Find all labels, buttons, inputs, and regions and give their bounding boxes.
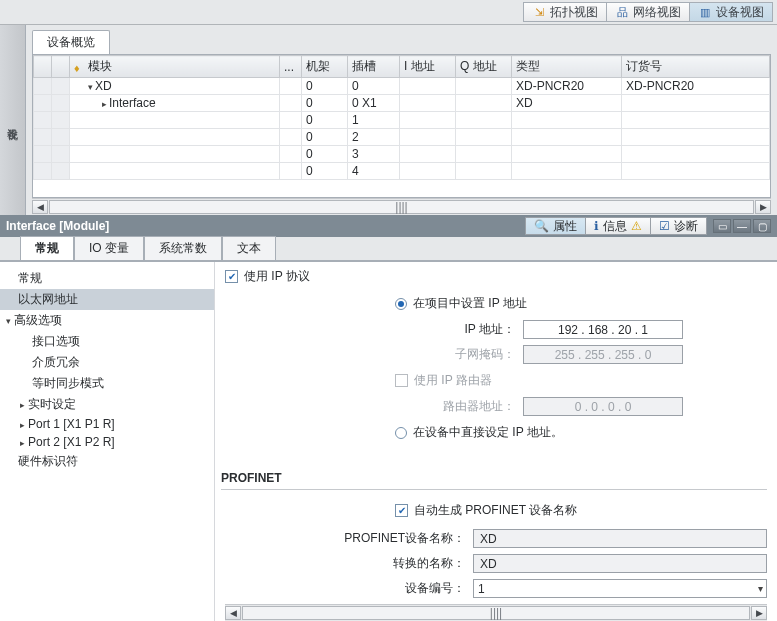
- device-view-button[interactable]: 设备视图: [690, 2, 773, 22]
- diagnostic-icon: ☑: [659, 219, 670, 233]
- col-slot[interactable]: 插槽: [348, 56, 400, 78]
- nav-item[interactable]: 接口选项: [0, 331, 214, 352]
- col-dots[interactable]: ...: [280, 56, 302, 78]
- network-view-button[interactable]: 网络视图: [607, 2, 690, 22]
- properties-icon: 🔍: [534, 219, 549, 233]
- device-number-label: 设备编号：: [285, 580, 465, 597]
- property-navigator[interactable]: 常规以太网地址高级选项接口选项介质冗余等时同步模式实时设定Port 1 [X1 …: [0, 262, 215, 621]
- set-ip-in-project-radio[interactable]: [395, 298, 407, 310]
- overview-horizontal-scrollbar[interactable]: ◀ |||| ▶: [32, 198, 771, 215]
- profinet-device-name-label: PROFINET设备名称：: [285, 530, 465, 547]
- info-icon: ℹ: [594, 219, 599, 233]
- side-tab[interactable]: 设备视: [0, 25, 26, 215]
- device-overview-grid[interactable]: 模块 ... 机架 插槽 I 地址 Q 地址 类型 订货号 XD00XD-PNC…: [32, 55, 771, 198]
- auto-generate-name-checkbox[interactable]: [395, 504, 408, 517]
- scroll-right-button[interactable]: ▶: [755, 200, 771, 214]
- col-order[interactable]: 订货号: [622, 56, 770, 78]
- router-address-label: 路由器地址：: [395, 398, 515, 415]
- property-panel: 使用 IP 协议 在项目中设置 IP 地址 IP 地址： 192 . 168 .…: [215, 262, 777, 621]
- set-ip-on-device-label: 在设备中直接设定 IP 地址。: [413, 424, 563, 441]
- col-qaddr[interactable]: Q 地址: [456, 56, 512, 78]
- scroll-left-button[interactable]: ◀: [32, 200, 48, 214]
- ip-address-field[interactable]: 192 . 168 . 20 . 1: [523, 320, 683, 339]
- overview-tab-strip: 设备概览: [32, 31, 771, 55]
- topology-view-button[interactable]: 拓扑视图: [523, 2, 607, 22]
- inspector-title-bar: Interface [Module] 🔍属性 ℹ信息⚠ ☑诊断 ▭ — ▢: [0, 215, 777, 237]
- device-overview-pane: 设备视 设备概览 模块 ... 机架 插槽 I 地址 Q 地址: [0, 25, 777, 215]
- panel-horizontal-scrollbar[interactable]: ◀ |||| ▶: [225, 604, 767, 621]
- profinet-section-header: PROFINET: [221, 471, 767, 490]
- properties-button[interactable]: 🔍属性: [525, 217, 586, 235]
- inspector-title: Interface [Module]: [6, 219, 109, 233]
- auto-generate-name-label: 自动生成 PROFINET 设备名称: [414, 502, 577, 519]
- topology-view-label: 拓扑视图: [550, 4, 598, 21]
- topology-icon: [532, 5, 546, 19]
- nav-item[interactable]: Port 1 [X1 P1 R]: [0, 415, 214, 433]
- panel-scroll-track[interactable]: ||||: [242, 606, 750, 620]
- panel-scroll-right-button[interactable]: ▶: [751, 606, 767, 620]
- maximize-button[interactable]: ▢: [753, 219, 771, 233]
- scroll-track[interactable]: ||||: [49, 200, 754, 214]
- minimize-button[interactable]: —: [733, 219, 751, 233]
- use-ip-protocol-label: 使用 IP 协议: [244, 268, 310, 285]
- nav-item[interactable]: 介质冗余: [0, 352, 214, 373]
- nav-item[interactable]: 常规: [0, 268, 214, 289]
- set-ip-in-project-label: 在项目中设置 IP 地址: [413, 295, 527, 312]
- profinet-device-name-field[interactable]: XD: [473, 529, 767, 548]
- inspector-tab-strip: 常规 IO 变量 系统常数 文本: [0, 237, 777, 261]
- subnet-mask-field: 255 . 255 . 255 . 0: [523, 345, 683, 364]
- tab-system-constants[interactable]: 系统常数: [144, 236, 222, 260]
- router-address-field: 0 . 0 . 0 . 0: [523, 397, 683, 416]
- col-type[interactable]: 类型: [512, 56, 622, 78]
- converted-name-field: XD: [473, 554, 767, 573]
- table-row[interactable]: Interface00 X1XD: [34, 95, 770, 112]
- network-view-label: 网络视图: [633, 4, 681, 21]
- converted-name-label: 转换的名称：: [285, 555, 465, 572]
- panel-scroll-left-button[interactable]: ◀: [225, 606, 241, 620]
- device-icon: [698, 5, 712, 19]
- col-rack[interactable]: 机架: [302, 56, 348, 78]
- nav-item[interactable]: 实时设定: [0, 394, 214, 415]
- use-ip-protocol-row: 使用 IP 协议: [225, 268, 767, 285]
- network-icon: [615, 5, 629, 19]
- diagnostic-button[interactable]: ☑诊断: [651, 217, 707, 235]
- table-row[interactable]: 02: [34, 129, 770, 146]
- nav-item[interactable]: Port 2 [X1 P2 R]: [0, 433, 214, 451]
- col-module: 模块: [70, 56, 280, 78]
- table-row[interactable]: 01: [34, 112, 770, 129]
- use-ip-router-checkbox[interactable]: [395, 374, 408, 387]
- nav-item[interactable]: 硬件标识符: [0, 451, 214, 472]
- table-row[interactable]: XD00XD-PNCR20XD-PNCR20: [34, 78, 770, 95]
- tab-text[interactable]: 文本: [222, 236, 276, 260]
- view-mode-toolbar: 拓扑视图 网络视图 设备视图: [0, 0, 777, 25]
- device-number-select[interactable]: 1: [473, 579, 767, 598]
- warning-icon: ⚠: [631, 219, 642, 233]
- info-button[interactable]: ℹ信息⚠: [586, 217, 651, 235]
- inspector-pane: 常规 IO 变量 系统常数 文本 常规以太网地址高级选项接口选项介质冗余等时同步…: [0, 237, 777, 621]
- window-control-buttons: ▭ — ▢: [713, 219, 771, 233]
- device-view-label: 设备视图: [716, 4, 764, 21]
- table-row[interactable]: 04: [34, 163, 770, 180]
- ip-address-label: IP 地址：: [395, 321, 515, 338]
- set-ip-on-device-radio[interactable]: [395, 427, 407, 439]
- use-ip-protocol-checkbox[interactable]: [225, 270, 238, 283]
- tab-io-variables[interactable]: IO 变量: [74, 236, 144, 260]
- nav-item[interactable]: 等时同步模式: [0, 373, 214, 394]
- inspector-right-tabs: 🔍属性 ℹ信息⚠ ☑诊断: [525, 217, 707, 235]
- table-row[interactable]: 03: [34, 146, 770, 163]
- module-icon: [74, 61, 86, 73]
- float-button[interactable]: ▭: [713, 219, 731, 233]
- tab-device-overview[interactable]: 设备概览: [32, 30, 110, 54]
- nav-item[interactable]: 以太网地址: [0, 289, 214, 310]
- tab-general[interactable]: 常规: [20, 236, 74, 260]
- use-ip-router-label: 使用 IP 路由器: [414, 372, 492, 389]
- col-iaddr[interactable]: I 地址: [400, 56, 456, 78]
- nav-item[interactable]: 高级选项: [0, 310, 214, 331]
- subnet-mask-label: 子网掩码：: [395, 346, 515, 363]
